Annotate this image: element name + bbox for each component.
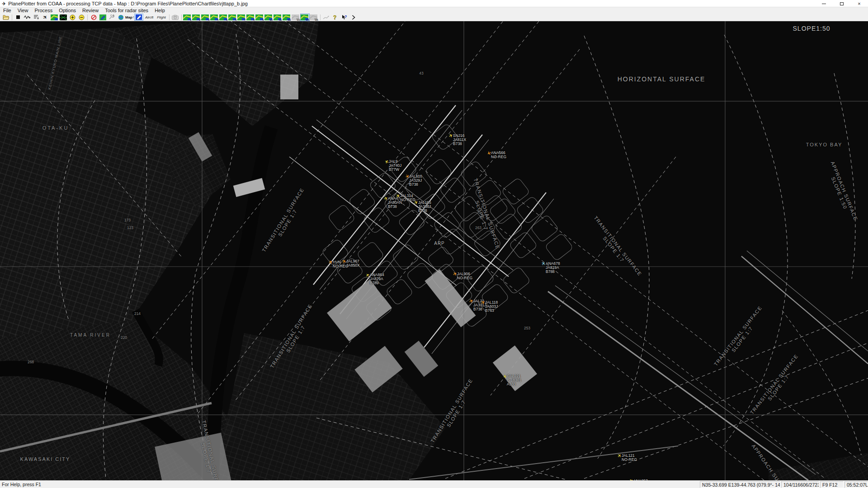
window-title: PlanePlotter from COAA - processing TCP …: [8, 1, 248, 6]
spot-height: 214: [134, 311, 141, 316]
no-entry-button[interactable]: [89, 14, 98, 21]
spot-height: 268: [28, 360, 34, 364]
zoom-in-button[interactable]: [68, 14, 77, 21]
chart-button-5[interactable]: 5: [219, 14, 228, 21]
chart-button-4[interactable]: 4: [210, 14, 219, 21]
map-label-slope1-50: SLOPE1:50: [793, 25, 830, 32]
menu-item-help[interactable]: Help: [151, 7, 168, 14]
signal-button[interactable]: [23, 14, 32, 21]
chart-button-11[interactable]: 11: [274, 14, 282, 21]
stop-button[interactable]: [14, 14, 23, 21]
spot-height: 123: [127, 225, 133, 230]
aircft-button[interactable]: Aircft: [143, 14, 155, 21]
aircraft-label: JAL906NO-REG: [457, 272, 472, 280]
toolbar-separator: [169, 14, 170, 20]
status-help-text: For Help, press F1: [0, 481, 699, 488]
toolbar-separator: [87, 14, 88, 20]
aircraft-label: JAL118JA603JB763: [485, 300, 498, 313]
wrench-icon: [108, 14, 115, 20]
camera-icon: [172, 15, 179, 20]
chart-button-6[interactable]: 6: [228, 14, 237, 21]
menu-item-review[interactable]: Review: [79, 7, 102, 14]
window-controls: ×: [815, 0, 868, 7]
context-help-button[interactable]: ?: [340, 14, 349, 21]
chart-button-12[interactable]: 12: [283, 14, 291, 21]
aircraft-label: ANA864JA879AB789: [370, 273, 384, 285]
waveform-icon: [24, 15, 30, 19]
aircraft-label: JAL967JA850X: [346, 259, 360, 267]
map-label-tokyo-bay: TOKYO BAY: [806, 142, 843, 147]
zoom-out-button[interactable]: [77, 14, 86, 21]
map-dark-icon: [60, 14, 67, 20]
menu-item-tools-for-radar-sites[interactable]: Tools for radar sites: [102, 7, 151, 14]
aircraft-label: JAL121NO-REG: [622, 454, 637, 462]
status-function-keys: F9 F12: [820, 481, 844, 488]
map-label-arp: ARP: [434, 241, 445, 246]
pencil-line-icon: [323, 15, 330, 20]
help-key-button[interactable]: ?: [331, 14, 340, 21]
zoom-in-icon: [70, 14, 75, 20]
chart-button-3[interactable]: 3: [201, 14, 210, 21]
chart-button-15[interactable]: 15: [310, 14, 318, 21]
menu-item-process[interactable]: Process: [31, 7, 56, 14]
map-canvas[interactable]: SLOPE1:50HORIZONTAL SURFACETOKYO BAYOTA-…: [0, 21, 868, 480]
no-entry-icon: [91, 14, 97, 20]
minimize-button[interactable]: [815, 0, 833, 7]
aircraft-label: ANA566NO-REG: [491, 151, 506, 159]
menu-item-file[interactable]: File: [0, 7, 14, 14]
chart-button-14[interactable]: 14: [301, 14, 309, 21]
status-bar: For Help, press F1 N35-33.699 E139-44.76…: [0, 480, 868, 488]
svg-text:?: ?: [333, 14, 336, 20]
toolbar-separator: [181, 14, 182, 20]
app-plane-icon: ✈: [2, 0, 6, 7]
maximize-icon: [840, 2, 844, 5]
map-label-tama-river: TAMA RIVER: [70, 333, 111, 338]
spot-height: 220: [121, 335, 127, 340]
key-question-icon: ?: [333, 14, 338, 20]
chart-button-7[interactable]: 7: [237, 14, 246, 21]
snapshot-button[interactable]: [171, 14, 180, 21]
chart-button-9[interactable]: 9: [255, 14, 264, 21]
toolbar-separator: [320, 14, 321, 20]
status-counters: 104/116606/27233: [781, 481, 819, 488]
edit-chart-button[interactable]: [98, 14, 107, 21]
chart-button-13[interactable]: 13: [292, 14, 300, 21]
toolbar-separator: [12, 14, 12, 20]
menu-item-view[interactable]: View: [14, 7, 32, 14]
draw-blue-icon: [136, 14, 142, 20]
chart-view-button[interactable]: [50, 14, 59, 21]
flight-button[interactable]: Flight: [155, 14, 168, 21]
spot-height: 253: [524, 326, 530, 330]
aircraft-label: SNJ16JA811XB738: [453, 134, 466, 146]
toolbar: ✈ Map↑ Aircft Flight 1234567891011121314…: [0, 14, 868, 21]
status-position: N35-33.699 E139-44.763 (079.9°- 140.8nm): [700, 481, 780, 488]
aircraft-view-button[interactable]: ✈: [41, 14, 50, 21]
globe-button[interactable]: [116, 14, 125, 21]
list-button[interactable]: [32, 14, 41, 21]
status-clock: 05:52:07UTC: [844, 481, 868, 488]
open-file-button[interactable]: [1, 14, 10, 21]
aircraft-icon: ✈: [41, 13, 49, 21]
map-label-ota-ku: OTA-KU: [42, 125, 69, 131]
minimize-icon: [822, 4, 826, 4]
open-folder-icon: [3, 14, 9, 20]
close-icon: ×: [858, 1, 860, 6]
map-up-button[interactable]: Map↑: [125, 14, 134, 21]
maximize-button[interactable]: [833, 0, 850, 7]
toolbar-expand-button[interactable]: [349, 14, 358, 21]
spot-height: 263: [475, 225, 481, 230]
radar-view-button[interactable]: [59, 14, 68, 21]
aircraft-label: JAL165JA336JB738: [418, 201, 431, 213]
chart-button-2[interactable]: 2: [192, 14, 201, 21]
chart-button-8[interactable]: 8: [246, 14, 255, 21]
chart-button-1[interactable]: 1: [183, 14, 192, 21]
chart-button-10[interactable]: 10: [264, 14, 273, 21]
draw-mode-button[interactable]: [134, 14, 143, 21]
edit-green-icon: [99, 14, 106, 20]
draw-line-button[interactable]: [322, 14, 331, 21]
spot-height: 43: [419, 71, 423, 75]
menu-item-options[interactable]: Options: [56, 7, 79, 14]
aircraft-label: CAL221B-18301A333: [507, 374, 521, 386]
close-button[interactable]: ×: [850, 0, 868, 7]
tools-button[interactable]: [107, 14, 116, 21]
